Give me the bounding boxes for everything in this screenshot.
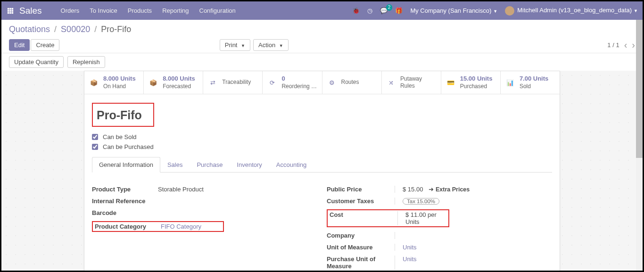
button-bar: Update Quantity Replenish	[1, 53, 643, 71]
caret-icon: ▼	[493, 9, 497, 14]
field-internal-ref: Internal Reference	[92, 198, 317, 205]
gift-icon[interactable]: 🎁	[395, 7, 403, 14]
stat-sold[interactable]: 📊 7.00 UnitsSold	[501, 71, 560, 94]
stat-value: 0	[281, 75, 317, 83]
edit-button[interactable]: Edit	[9, 39, 30, 51]
svg-rect-3	[8, 10, 9, 12]
can-be-sold-checkbox[interactable]	[92, 134, 98, 140]
value	[158, 209, 317, 216]
arrows-icon: ⇄	[207, 79, 218, 86]
can-be-purchased-checkbox[interactable]	[92, 144, 98, 150]
pager-next[interactable]: ›	[632, 40, 635, 50]
content: Quotations / S00020 / Pro-Fifo Edit Crea…	[1, 20, 643, 271]
action-button[interactable]: Action ▼	[253, 39, 289, 51]
extra-prices-button[interactable]: Extra Prices	[429, 186, 470, 193]
breadcrumb: Quotations / S00020 / Pro-Fifo	[9, 25, 635, 34]
value[interactable]: Units	[395, 244, 552, 251]
form-columns: Product Type Storable Product Internal R…	[92, 186, 552, 271]
value-wrap: Tax 15.00%	[395, 198, 552, 205]
stat-traceability[interactable]: ⇄ Traceability	[203, 71, 263, 94]
nav-toinvoice[interactable]: To Invoice	[90, 7, 117, 14]
value-wrap: $ 15.00 Extra Prices	[395, 186, 552, 193]
nav-items: Orders To Invoice Products Reporting Con…	[61, 7, 236, 14]
tab-purchase[interactable]: Purchase	[190, 157, 230, 173]
breadcrumb-sep: /	[94, 25, 97, 34]
label: Customer Taxes	[327, 198, 393, 205]
field-cost: Cost $ 11.00 per Units	[327, 209, 449, 227]
col-left: Product Type Storable Product Internal R…	[92, 186, 317, 271]
company-switcher[interactable]: My Company (San Francisco)▼	[410, 7, 497, 14]
stat-reordering[interactable]: ⟳ 0Reordering …	[263, 71, 322, 94]
stat-label: Purchased	[460, 83, 493, 91]
label: Cost	[330, 211, 396, 225]
tab-general[interactable]: General Information	[92, 157, 160, 173]
nav-reporting[interactable]: Reporting	[162, 7, 189, 14]
print-label: Print	[225, 41, 238, 49]
messages-icon[interactable]: 💬2	[380, 7, 388, 14]
tab-inventory[interactable]: Inventory	[230, 157, 269, 173]
stat-routes[interactable]: ⚙ Routes	[322, 71, 382, 94]
nav-products[interactable]: Products	[128, 7, 152, 14]
create-button[interactable]: Create	[31, 39, 59, 51]
title-highlight: Pro-Fifo	[92, 103, 154, 127]
label: Public Price	[327, 186, 393, 193]
nav-config[interactable]: Configuration	[199, 7, 236, 14]
card-icon: 💳	[445, 79, 456, 86]
tax-pill[interactable]: Tax 15.00%	[403, 198, 439, 205]
value: $ 15.00	[403, 186, 423, 193]
field-purchase-uom: Purchase Unit of Measure Units	[327, 256, 552, 270]
stat-onhand[interactable]: 📦 8.000 UnitsOn Hand	[84, 71, 144, 94]
breadcrumb-current: Pro-Fifo	[101, 25, 131, 34]
pager: 1 / 1 ‹ ›	[607, 40, 635, 50]
svg-rect-5	[12, 10, 14, 12]
update-quantity-button[interactable]: Update Quantity	[9, 56, 64, 68]
topbar-right: 🐞 ◷ 💬2 🎁 My Company (San Francisco)▼ Mit…	[352, 6, 638, 16]
action-row: Edit Create Print ▼ Action ▼ 1 / 1 ‹ ›	[9, 39, 635, 51]
label: Unit of Measure	[327, 244, 393, 251]
print-button[interactable]: Print ▼	[220, 39, 250, 51]
stat-purchased[interactable]: 💳 15.00 UnitsPurchased	[441, 71, 501, 94]
form-body: Pro-Fifo Can be Sold Can be Purchased Ge…	[84, 94, 560, 271]
nav-orders[interactable]: Orders	[61, 7, 80, 14]
value[interactable]: FIFO Category	[161, 223, 221, 230]
product-title: Pro-Fifo	[97, 108, 142, 122]
caret-icon: ▼	[634, 8, 638, 13]
stat-value: 15.00 Units	[460, 75, 493, 83]
user-menu[interactable]: Mitchell Admin (v13_oe_blog_demo_data)▼	[505, 6, 638, 16]
value[interactable]: Units	[395, 256, 552, 270]
app-title[interactable]: Sales	[19, 6, 42, 16]
value: $ 11.00 per Units	[397, 211, 446, 225]
stat-value: 7.00 Units	[520, 75, 548, 83]
vertical-scrollbar[interactable]	[636, 20, 643, 271]
tab-accounting[interactable]: Accounting	[269, 157, 314, 173]
replenish-button[interactable]: Replenish	[67, 56, 105, 68]
stat-label: Forecasted	[163, 83, 195, 91]
breadcrumb-quotations[interactable]: Quotations	[9, 25, 50, 34]
svg-rect-6	[8, 12, 9, 14]
stat-label: Routes	[341, 79, 359, 86]
caret-icon: ▼	[241, 43, 245, 48]
breadcrumb-order[interactable]: S00020	[61, 25, 90, 34]
value	[395, 232, 552, 239]
bug-icon[interactable]: 🐞	[352, 7, 360, 14]
tabs: General Information Sales Purchase Inven…	[92, 157, 552, 173]
field-product-category: Product Category FIFO Category	[92, 221, 224, 232]
stat-putaway[interactable]: ⤨ Putaway Rules	[382, 71, 441, 94]
field-product-type: Product Type Storable Product	[92, 186, 317, 193]
pager-prev[interactable]: ‹	[624, 40, 627, 50]
gear-icon: ⚙	[326, 79, 338, 86]
label: Company	[327, 232, 393, 239]
stat-value: 8.000 Units	[103, 75, 136, 83]
pager-pos: 1 / 1	[607, 41, 619, 49]
apps-icon[interactable]	[6, 7, 15, 15]
svg-rect-7	[9, 12, 11, 14]
stat-value: 8.000 Units	[163, 75, 195, 83]
shuffle-icon: ⤨	[386, 79, 396, 86]
scrollbar-thumb[interactable]	[636, 20, 643, 158]
stat-forecasted[interactable]: 📦 8.000 UnitsForecasted	[144, 71, 203, 94]
clock-icon[interactable]: ◷	[367, 7, 372, 14]
svg-rect-0	[8, 8, 9, 9]
opt-can-be-sold: Can be Sold	[92, 133, 552, 140]
svg-rect-4	[9, 10, 11, 12]
tab-sales[interactable]: Sales	[160, 157, 190, 173]
